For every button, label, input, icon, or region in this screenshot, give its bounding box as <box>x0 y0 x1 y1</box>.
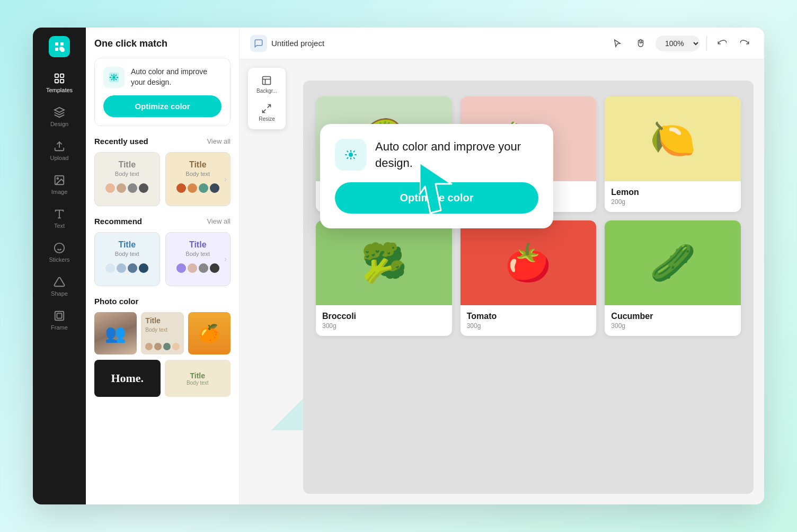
svg-rect-8 <box>55 312 64 321</box>
tomato-name: Tomato <box>467 312 590 321</box>
popup-icon <box>335 139 367 171</box>
recently-used-header: Recently used View all <box>94 137 231 146</box>
cucumber-name: Cucumber <box>611 312 734 321</box>
popup-overlay: Auto color and improve your design. Opti… <box>320 124 553 228</box>
shape-icon <box>53 276 66 288</box>
template-body-2: Body text <box>185 171 210 177</box>
resize-tool[interactable]: Resize <box>251 99 282 126</box>
sidebar-item-image[interactable]: Image <box>38 170 81 199</box>
canvas-card-cucumber: 🥒 Cucumber 300g <box>605 220 741 336</box>
sidebar-image-label: Image <box>51 189 68 195</box>
template-swatches-1 <box>105 183 148 193</box>
left-panel: One click match Auto color and improve y… <box>86 28 240 504</box>
recommend-title: Recommend <box>94 217 142 226</box>
photo-color-grid: 👥 Title Body text 🍊 <box>94 312 231 354</box>
sidebar-item-upload[interactable]: Upload <box>38 136 81 165</box>
tomato-weight: 300g <box>467 322 590 330</box>
photo-item-2[interactable]: Title Body text <box>141 312 183 354</box>
sidebar-item-stickers[interactable]: Stickers <box>38 237 81 267</box>
svg-point-7 <box>55 243 64 253</box>
recommend-grid: Title Body text Title Body text <box>94 232 231 286</box>
recommend-title-2: Title <box>189 240 207 250</box>
template-body-1: Body text <box>115 171 139 177</box>
recommend-header: Recommend View all <box>94 217 231 226</box>
popup-optimize-button[interactable]: Optimize color <box>335 182 538 214</box>
cucumber-weight: 300g <box>611 322 734 330</box>
optimize-color-button-panel[interactable]: Optimize color <box>103 95 222 117</box>
recently-used-template-2[interactable]: Title Body text › <box>165 152 231 206</box>
sidebar-frame-label: Frame <box>51 324 68 331</box>
broccoli-name: Broccoli <box>322 312 446 321</box>
toolbar-right: 100% 75% 50% 150% 200% <box>609 35 754 52</box>
auto-color-icon <box>103 67 125 88</box>
resize-tool-label: Resize <box>259 116 275 122</box>
svg-rect-1 <box>55 74 58 77</box>
sidebar-shape-label: Shape <box>51 290 68 297</box>
redo-button[interactable] <box>737 35 754 52</box>
svg-rect-3 <box>55 79 58 83</box>
lemon-weight: 200g <box>611 198 734 206</box>
recently-used-template-1[interactable]: Title Body text <box>94 152 160 206</box>
canvas-card-lemon: 🍋 Lemon 200g <box>605 96 741 212</box>
chevron-right-icon: › <box>224 174 227 184</box>
app-logo <box>49 36 70 57</box>
popup-description: Auto color and improve your design. <box>375 139 538 172</box>
svg-point-6 <box>57 178 58 179</box>
recommend-template-2[interactable]: Title Body text › <box>165 232 231 286</box>
chevron-right-icon-2: › <box>224 254 227 264</box>
sidebar: Templates Design Upload <box>33 28 86 504</box>
project-info: Untitled project <box>250 35 600 52</box>
svg-rect-9 <box>57 313 61 318</box>
sidebar-item-frame[interactable]: Frame <box>38 305 81 335</box>
sidebar-item-shape[interactable]: Shape <box>38 271 81 301</box>
sidebar-item-design[interactable]: Design <box>38 102 81 131</box>
canvas-card-broccoli: 🥦 Broccoli 300g <box>316 220 452 336</box>
template-title-1: Title <box>118 160 136 170</box>
upload-icon <box>53 140 66 153</box>
main-area: Untitled project 100% 75% 50% 1 <box>240 28 764 504</box>
recommend-body-1: Body text <box>115 251 139 257</box>
sidebar-templates-label: Templates <box>46 87 73 93</box>
recommend-template-1[interactable]: Title Body text <box>94 232 160 286</box>
sidebar-item-text[interactable]: Text <box>38 203 81 233</box>
one-click-description: Auto color and improve your design. <box>131 67 222 87</box>
svg-point-11 <box>112 76 116 79</box>
sidebar-stickers-label: Stickers <box>49 256 69 263</box>
sidebar-text-label: Text <box>54 223 65 229</box>
recommend-view-all[interactable]: View all <box>207 217 231 225</box>
svg-rect-0 <box>60 48 65 52</box>
design-icon <box>53 106 66 119</box>
recommend-swatches-1 <box>105 263 148 273</box>
frame-icon <box>53 309 66 322</box>
photo-color-title: Photo color <box>94 297 138 306</box>
lemon-name: Lemon <box>611 188 734 197</box>
project-icon <box>250 35 267 52</box>
photo-color-section: Photo color 👥 Title Body text <box>94 297 231 354</box>
text-icon <box>53 208 66 220</box>
one-click-card: Auto color and improve your design. Opti… <box>94 58 231 126</box>
toolbar-divider <box>706 36 707 51</box>
panel-title: One click match <box>94 38 231 49</box>
recommend-swatches-2 <box>176 263 219 273</box>
recommend-body-2: Body text <box>185 251 210 257</box>
template-swatches-2 <box>176 183 219 193</box>
bottom-templates: Home. Title Body text <box>94 360 231 397</box>
background-tool-label: Backgr... <box>256 88 277 94</box>
topbar: Untitled project 100% 75% 50% 1 <box>240 28 764 59</box>
svg-rect-4 <box>60 79 64 83</box>
recommend-title-1: Title <box>118 240 136 250</box>
recently-used-view-all[interactable]: View all <box>207 137 231 145</box>
undo-button[interactable] <box>713 35 730 52</box>
zoom-selector[interactable]: 100% 75% 50% 150% 200% <box>656 36 700 51</box>
sidebar-item-templates[interactable]: Templates <box>38 68 81 97</box>
canvas-area: Backgr... Resize 🥝 <box>240 59 764 504</box>
photo-item-3[interactable]: 🍊 <box>188 312 231 354</box>
svg-point-15 <box>349 153 353 157</box>
hand-tool-button[interactable] <box>632 35 649 52</box>
select-tool-button[interactable] <box>609 35 626 52</box>
photo-item-1[interactable]: 👥 <box>94 312 137 354</box>
image-icon <box>53 174 66 187</box>
grid-icon <box>53 72 66 85</box>
sidebar-design-label: Design <box>50 121 68 127</box>
background-tool[interactable]: Backgr... <box>251 71 282 98</box>
